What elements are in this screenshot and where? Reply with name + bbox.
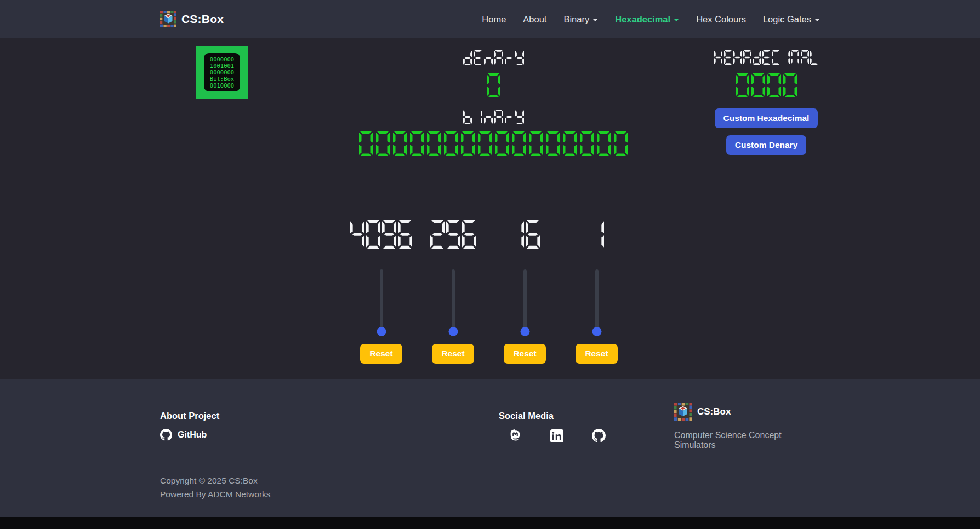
slider-4096[interactable] [377, 269, 386, 332]
reset-button-1[interactable]: Reset [576, 344, 617, 364]
place-value-4096 [350, 220, 412, 249]
hexadecimal-label [684, 50, 848, 65]
slider-track[interactable] [452, 269, 455, 332]
denary-label [307, 50, 680, 65]
caret-down-icon [814, 19, 820, 21]
github-link-label: GitHub [178, 430, 207, 440]
reset-button-256[interactable]: Reset [432, 344, 474, 364]
github-icon [160, 429, 172, 441]
nav-item-logic-gates[interactable]: Logic Gates [763, 14, 820, 25]
caret-down-icon [674, 19, 679, 21]
custom-hexadecimal-button[interactable]: Custom Hexadecimal [715, 108, 818, 128]
bitbox-logo-screen: 0000000 1001001 0000000 Bit:Box 0010000 [204, 53, 240, 91]
footer-divider [160, 462, 828, 462]
footer-tagline: Computer Science Concept Simulators [674, 430, 820, 450]
powered-by-line: Powered By ADCM Networks [160, 487, 271, 501]
slider-column-16: Reset [489, 220, 561, 364]
nav-item-hex-colours[interactable]: Hex Colours [696, 14, 746, 25]
place-value-256 [430, 220, 476, 249]
copyright-line: Copyright © 2025 CS:Box [160, 474, 271, 487]
navbar: CS:Box Home About Binary Hexadecimal Hex… [0, 0, 980, 38]
bottom-strip [0, 517, 980, 529]
slider-track[interactable] [595, 269, 599, 332]
nav-item-home[interactable]: Home [482, 14, 506, 25]
github-icon[interactable] [592, 429, 606, 442]
place-value-16 [510, 220, 540, 249]
slider-column-256: Reset [417, 220, 489, 364]
slider-thumb[interactable] [377, 327, 386, 336]
footer-about-block: About Project GitHub [160, 411, 219, 441]
binary-display [307, 131, 680, 156]
denary-display [307, 73, 680, 97]
place-value-sliders: Reset Reset Reset [345, 220, 633, 364]
nav-item-binary[interactable]: Binary [563, 14, 598, 25]
footer: About Project GitHub Social Media [0, 379, 980, 517]
csbox-logo-icon [674, 403, 692, 421]
nav-item-about[interactable]: About [523, 14, 546, 25]
nav-links: Home About Binary Hexadecimal Hex Colour… [482, 14, 820, 25]
slider-track[interactable] [523, 269, 527, 332]
reset-button-4096[interactable]: Reset [360, 344, 402, 364]
slider-column-4096: Reset [345, 220, 417, 364]
place-value-1 [590, 220, 604, 249]
nav-item-hexadecimal[interactable]: Hexadecimal [615, 14, 679, 25]
reset-button-16[interactable]: Reset [504, 344, 545, 364]
hexadecimal-simulator-page: CS:Box Home About Binary Hexadecimal Hex… [0, 0, 980, 529]
footer-brand-block: CS:Box Computer Science Concept Simulato… [674, 403, 820, 450]
hexadecimal-display [684, 73, 848, 97]
bitbox-logo: 0000000 1001001 0000000 Bit:Box 0010000 [196, 46, 248, 99]
slider-16[interactable] [520, 269, 530, 332]
slider-track[interactable] [380, 269, 383, 332]
csbox-logo-icon [160, 11, 176, 27]
brand-link[interactable]: CS:Box [160, 11, 224, 27]
brand-title: CS:Box [181, 13, 224, 26]
slider-thumb[interactable] [520, 327, 529, 336]
binary-label [307, 110, 680, 124]
github-project-link[interactable]: GitHub [160, 429, 219, 441]
linkedin-icon[interactable] [550, 429, 563, 442]
slider-column-1: Reset [561, 220, 633, 364]
slider-thumb[interactable] [448, 327, 458, 336]
slider-256[interactable] [448, 269, 458, 332]
converter-main: 0000000 1001001 0000000 Bit:Box 0010000 … [0, 38, 980, 379]
copyright-block: Copyright © 2025 CS:Box Powered By ADCM … [160, 474, 271, 501]
mastodon-icon[interactable] [509, 429, 522, 442]
social-media-heading: Social Media [499, 411, 606, 421]
footer-brand-name: CS:Box [697, 406, 731, 417]
slider-thumb[interactable] [592, 327, 601, 336]
footer-social-block: Social Media [499, 411, 606, 442]
about-project-heading: About Project [160, 411, 219, 421]
custom-denary-button[interactable]: Custom Denary [726, 135, 807, 155]
caret-down-icon [592, 19, 598, 21]
slider-1[interactable] [592, 269, 602, 332]
